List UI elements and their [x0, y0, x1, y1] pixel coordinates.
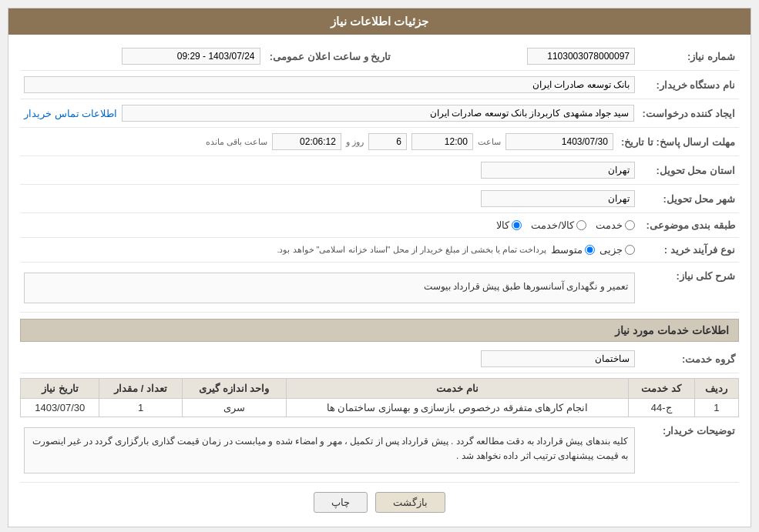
category-option-goods-service-label: کالا/خدمت — [531, 219, 574, 231]
buyer-station-row: نام دستگاه خریدار: — [20, 71, 739, 99]
category-option-service-label: خدمت — [596, 219, 623, 231]
purchase-type-note: پرداخت تمام یا بخشی از مبلغ خریدار از مح… — [277, 245, 546, 255]
remaining-time-input[interactable] — [272, 133, 341, 150]
category-value-cell: خدمت کالا/خدمت کالا — [20, 217, 639, 233]
table-cell-quantity: 1 — [99, 399, 182, 417]
need-number-value-cell — [395, 45, 640, 67]
table-cell-name: انجام کارهای متفرقه درخصوص بازسازی و بهس… — [286, 399, 628, 417]
service-info-label: اطلاعات خدمات مورد نیاز — [615, 324, 729, 336]
city-label: شهر محل تحویل: — [639, 191, 739, 207]
deadline-date-input[interactable] — [505, 133, 613, 150]
category-radio-goods[interactable] — [512, 220, 522, 230]
deadline-row: مهلت ارسال پاسخ: تا تاریخ: ساعت روز و سا… — [20, 128, 739, 156]
col-unit: واحد اندازه گیری — [182, 379, 286, 399]
col-service-name: نام خدمت — [286, 379, 628, 399]
remaining-suffix: ساعت باقی مانده — [206, 137, 267, 147]
purchase-type-medium[interactable]: متوسط — [551, 244, 595, 256]
category-radio-goods-service[interactable] — [576, 220, 586, 230]
back-button[interactable]: بازگشت — [375, 492, 445, 513]
buyer-notes-box: کلیه بندهای پیش قرارداد به دقت مطالعه گر… — [24, 427, 635, 473]
requester-input[interactable] — [122, 105, 634, 122]
buyer-station-value-cell — [20, 74, 639, 95]
buyer-notes-value-cell: کلیه بندهای پیش قرارداد به دقت مطالعه گر… — [20, 422, 639, 479]
service-group-input[interactable] — [481, 350, 635, 367]
requester-row: ایجاد کننده درخواست: اطلاعات تماس خریدار — [20, 99, 739, 128]
city-input[interactable] — [481, 190, 635, 207]
category-option-service[interactable]: خدمت — [596, 219, 635, 231]
table-cell-date: 1403/07/30 — [21, 399, 99, 417]
purchase-type-partial-label: جزیی — [599, 244, 623, 256]
remaining-days-input[interactable] — [368, 133, 407, 150]
header-title: جزئیات اطلاعات نیاز — [331, 15, 428, 28]
need-number-label: شماره نیاز: — [639, 49, 739, 65]
category-row: طبقه بندی موضوعی: خدمت کالا/خدمت کالا — [20, 213, 739, 238]
col-service-code: کد خدمت — [628, 379, 694, 399]
service-group-value-cell — [20, 348, 639, 370]
announce-datetime-label: تاریخ و ساعت اعلان عمومی: — [264, 49, 395, 65]
buyer-notes-label: توضیحات خریدار: — [639, 422, 739, 439]
table-row: 1ج-44انجام کارهای متفرقه درخصوص بازسازی … — [21, 399, 739, 417]
province-row: استان محل تحویل: — [20, 156, 739, 185]
deadline-value-cell: ساعت روز و ساعت باقی مانده — [20, 131, 617, 152]
buyer-station-input[interactable] — [24, 76, 635, 93]
need-number-input[interactable] — [527, 48, 635, 65]
need-description-box: تعمیر و نگهداری آسانسورها طبق پیش قراردا… — [24, 273, 635, 303]
category-option-goods[interactable]: کالا — [496, 219, 522, 231]
announce-datetime-value-cell — [20, 45, 264, 67]
category-label: طبقه بندی موضوعی: — [639, 217, 739, 233]
table-cell-row: 1 — [694, 399, 738, 417]
remaining-days-label: روز و — [346, 137, 364, 147]
province-input[interactable] — [481, 162, 635, 179]
page-header: جزئیات اطلاعات نیاز — [8, 8, 751, 35]
category-radio-service[interactable] — [625, 220, 635, 230]
table-cell-code: ج-44 — [628, 399, 694, 417]
need-description-value-cell: تعمیر و نگهداری آسانسورها طبق پیش قراردا… — [20, 267, 639, 309]
purchase-type-label: نوع فرآیند خرید : — [639, 242, 739, 258]
col-row-num: ردیف — [694, 379, 738, 399]
table-cell-unit: سری — [182, 399, 286, 417]
service-group-row: گروه خدمت: — [20, 345, 739, 373]
purchase-type-partial[interactable]: جزیی — [599, 244, 635, 256]
need-description-label: شرح کلی نیاز: — [639, 267, 739, 284]
requester-value-cell: اطلاعات تماس خریدار — [20, 102, 638, 124]
service-table: ردیف کد خدمت نام خدمت واحد اندازه گیری ت… — [20, 378, 739, 417]
need-number-row: شماره نیاز: تاریخ و ساعت اعلان عمومی: — [20, 42, 739, 71]
purchase-type-radio-partial[interactable] — [625, 245, 635, 255]
deadline-label: مهلت ارسال پاسخ: تا تاریخ: — [617, 134, 739, 150]
print-button[interactable]: چاپ — [314, 492, 368, 513]
buyer-station-label: نام دستگاه خریدار: — [639, 77, 739, 93]
province-label: استان محل تحویل: — [639, 162, 739, 179]
deadline-time-input[interactable] — [411, 133, 473, 150]
col-quantity: تعداد / مقدار — [99, 379, 182, 399]
category-option-goods-service[interactable]: کالا/خدمت — [531, 219, 586, 231]
announce-datetime-input[interactable] — [122, 48, 260, 65]
buyer-notes-row: توضیحات خریدار: کلیه بندهای پیش قرارداد … — [20, 417, 739, 483]
contact-link[interactable]: اطلاعات تماس خریدار — [24, 108, 117, 119]
purchase-type-radio-medium[interactable] — [585, 245, 595, 255]
col-date: تاریخ نیاز — [21, 379, 99, 399]
service-group-label: گروه خدمت: — [639, 351, 739, 367]
city-row: شهر محل تحویل: — [20, 185, 739, 213]
purchase-type-medium-label: متوسط — [551, 244, 583, 256]
city-value-cell — [20, 188, 639, 209]
category-option-goods-label: کالا — [496, 219, 509, 231]
province-value-cell — [20, 159, 639, 181]
table-header-row: ردیف کد خدمت نام خدمت واحد اندازه گیری ت… — [21, 379, 739, 399]
purchase-type-value-cell: جزیی متوسط پرداخت تمام یا بخشی از مبلغ خ… — [20, 242, 639, 258]
buttons-row: بازگشت چاپ — [20, 483, 739, 519]
requester-label: ایجاد کننده درخواست: — [638, 105, 739, 122]
deadline-time-label: ساعت — [478, 137, 501, 147]
need-description-row: شرح کلی نیاز: تعمیر و نگهداری آسانسورها … — [20, 263, 739, 313]
purchase-type-row: نوع فرآیند خرید : جزیی متوسط پرداخت تمام… — [20, 238, 739, 263]
service-info-header: اطلاعات خدمات مورد نیاز — [20, 319, 739, 342]
